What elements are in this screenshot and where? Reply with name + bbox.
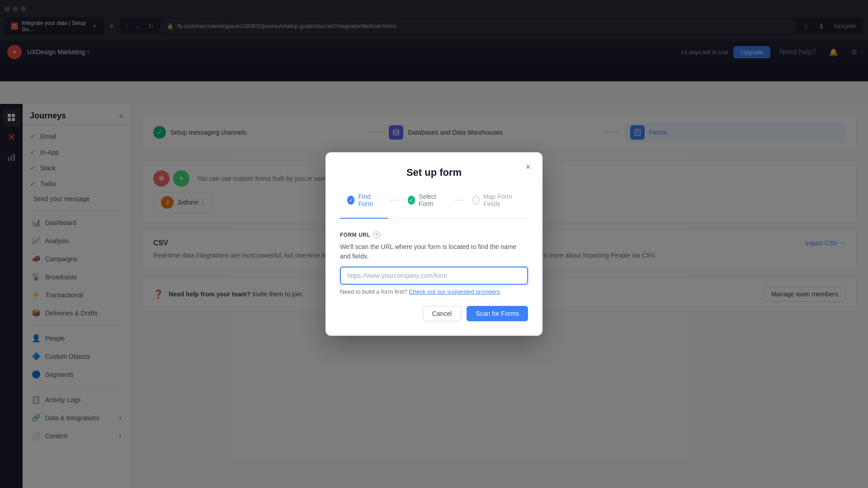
modal-step-select[interactable]: ✓ Select Form: [401, 189, 453, 211]
setup-form-modal: × Set up form ✓ Find Form ✓ Select Form …: [326, 152, 542, 336]
providers-prefix: Need to build a form first?: [340, 288, 407, 295]
cancel-btn[interactable]: Cancel: [423, 306, 462, 321]
modal-step-map-label: Map Form Fields: [483, 193, 521, 207]
modal-step-map-icon: ✓: [472, 196, 480, 205]
modal-step-find[interactable]: ✓ Find Form: [340, 189, 388, 211]
modal-steps: ✓ Find Form ✓ Select Form ✓ Map Form Fie…: [340, 189, 528, 219]
modal-actions: Cancel Scan for Forms: [340, 306, 528, 321]
modal-overlay[interactable]: × Set up form ✓ Find Form ✓ Select Form …: [0, 0, 868, 488]
url-input[interactable]: [340, 267, 528, 285]
scan-desc: We'll scan the URL where your form is lo…: [340, 242, 528, 261]
form-url-label-text: FORM URL: [340, 232, 370, 238]
modal-step-find-label: Find Form: [358, 193, 381, 207]
form-url-help-icon[interactable]: ?: [373, 231, 380, 239]
modal-step-divider-2: [454, 200, 463, 201]
modal-close-btn[interactable]: ×: [521, 160, 535, 174]
modal-step-select-icon: ✓: [408, 196, 415, 205]
modal-step-divider-1: [390, 200, 398, 201]
providers-link[interactable]: Check out our suggested providers: [409, 288, 500, 295]
form-url-label: FORM URL ?: [340, 231, 528, 239]
modal-title: Set up form: [340, 167, 528, 178]
modal-step-map[interactable]: ✓ Map Form Fields: [465, 189, 528, 211]
help-icon-text: ?: [375, 232, 378, 238]
modal-step-select-label: Select Form: [419, 193, 445, 207]
scan-forms-btn[interactable]: Scan for Forms: [467, 306, 528, 321]
modal-step-find-icon: ✓: [347, 196, 354, 205]
form-providers-text: Need to build a form first? Check out ou…: [340, 288, 528, 295]
